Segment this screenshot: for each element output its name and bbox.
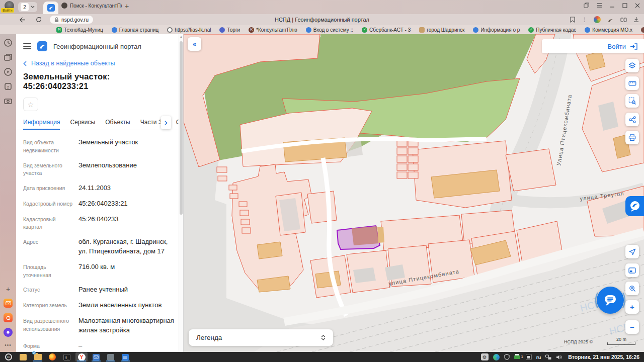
tab-information[interactable]: Информация bbox=[23, 119, 60, 130]
coordinate-search-button[interactable] bbox=[625, 282, 639, 295]
bookmark-item[interactable]: город Шадринск bbox=[419, 27, 464, 33]
tab-panel-icon[interactable] bbox=[584, 3, 589, 8]
panel-scrollbar[interactable]: ▲ bbox=[179, 34, 183, 352]
chevron-left-icon bbox=[23, 61, 27, 66]
field-label: Кадастровый квартал bbox=[23, 215, 74, 232]
legend-bar[interactable]: Легенда bbox=[189, 329, 333, 346]
sync-tray-icon[interactable] bbox=[493, 354, 500, 360]
favorite-star-button[interactable]: ☆ bbox=[23, 98, 38, 111]
map-login-bar[interactable]: Войти bbox=[542, 39, 644, 53]
field-value: Землепользование bbox=[78, 161, 176, 178]
taskbar-app-gray[interactable] bbox=[105, 352, 117, 361]
printer-tray-icon[interactable]: 1 bbox=[514, 354, 521, 360]
bookmark-item[interactable]: ✓Публичная кадас bbox=[528, 27, 576, 33]
area-select-button[interactable] bbox=[625, 94, 639, 108]
bookmark-item[interactable]: Главная страниц bbox=[112, 27, 158, 33]
tab-objects[interactable]: Объекты bbox=[105, 119, 130, 130]
chat-button[interactable] bbox=[597, 287, 624, 314]
lock-icon bbox=[54, 17, 59, 23]
bookmark-item[interactable]: ✓Сбербанк-АСТ - 3 bbox=[362, 27, 411, 33]
alice-icon[interactable] bbox=[4, 328, 13, 337]
widget-icon[interactable] bbox=[620, 17, 627, 23]
active-tab-nspd[interactable] bbox=[43, 2, 58, 14]
download-icon[interactable] bbox=[633, 17, 639, 23]
bookmark-item[interactable]: Торги bbox=[219, 27, 240, 33]
print-button[interactable] bbox=[625, 131, 639, 144]
portal-title: Геоинформационный портал bbox=[53, 43, 141, 50]
taskbar-clock[interactable]: Вторник, 21 янв 2025, 16:26 bbox=[568, 354, 639, 360]
tab-consultant[interactable]: Поиск - КонсультантПлю bbox=[61, 3, 122, 9]
bookmark-item[interactable]: Стартовая стран bbox=[641, 27, 644, 33]
support-chat-widget[interactable] bbox=[594, 284, 627, 317]
taskbar-app-notes[interactable] bbox=[17, 352, 29, 361]
back-link[interactable]: Назад в найденные объекты bbox=[16, 53, 183, 67]
legend-expand-icon bbox=[321, 335, 326, 340]
menu-burger-icon[interactable] bbox=[23, 43, 31, 49]
yandex-mail-icon[interactable] bbox=[4, 299, 13, 308]
map-copyright: НСПД 2025 © bbox=[564, 339, 593, 344]
keyboard-layout-indicator[interactable]: ru bbox=[536, 354, 541, 360]
bookmark-item[interactable]: MТехноКад-Муниц bbox=[56, 27, 103, 33]
network-icon[interactable] bbox=[545, 354, 551, 360]
tabs-scroll-right-button[interactable] bbox=[161, 116, 171, 129]
tabs-count-icon[interactable]: 2 bbox=[4, 82, 13, 91]
nspd-bubble-icon bbox=[629, 200, 641, 212]
measure-button[interactable] bbox=[625, 76, 639, 90]
screenshot-icon[interactable] bbox=[4, 97, 13, 106]
bookmark-favicon bbox=[167, 27, 173, 33]
video-icon[interactable] bbox=[4, 67, 13, 76]
new-tab-button[interactable]: + bbox=[125, 2, 129, 10]
minimap-button[interactable] bbox=[625, 263, 639, 277]
url-field[interactable]: nspd.gov.ru bbox=[50, 16, 93, 24]
taskbar-app-docs[interactable] bbox=[119, 352, 131, 361]
tab-services[interactable]: Сервисы bbox=[70, 119, 95, 130]
select-area-icon bbox=[628, 97, 636, 105]
profile-login-badge[interactable]: Войти bbox=[1, 8, 14, 13]
field-value: Ранее учтенный bbox=[78, 285, 176, 295]
extensions-menu-icon[interactable]: ⋮ bbox=[582, 17, 587, 23]
taskbar-app-mail[interactable] bbox=[90, 352, 102, 361]
bookmark-item[interactable]: https://fias-lk.nal bbox=[167, 27, 211, 33]
bookmark-item[interactable]: Вход в систему :: bbox=[306, 27, 353, 33]
back-icon[interactable] bbox=[19, 17, 26, 23]
shield-icon[interactable] bbox=[504, 354, 510, 360]
tab-counter[interactable]: 2 bbox=[18, 2, 37, 12]
history-icon[interactable] bbox=[4, 38, 13, 47]
menu-icon[interactable] bbox=[597, 3, 602, 8]
page-title: НСПД | Геоинформационный портал bbox=[275, 17, 369, 23]
map-canvas[interactable]: улица Птицекомбината Улица Птицекомбинат… bbox=[184, 34, 644, 352]
bookmark-favicon bbox=[585, 27, 590, 33]
bookmark-flag-icon[interactable] bbox=[570, 17, 575, 23]
collections-icon[interactable] bbox=[607, 17, 614, 23]
taskbar-app-terminal[interactable]: $_ bbox=[61, 352, 73, 361]
nspd-side-logo-tab[interactable] bbox=[625, 196, 644, 216]
maximize-icon[interactable] bbox=[622, 3, 627, 8]
taskbar-app-firefox[interactable] bbox=[46, 352, 58, 361]
add-panel-icon[interactable]: + bbox=[6, 285, 10, 293]
collections-stack-icon[interactable] bbox=[4, 53, 13, 62]
scrollbar-thumb[interactable] bbox=[180, 41, 183, 215]
minimize-icon[interactable] bbox=[610, 3, 615, 8]
sidebar-more-icon[interactable]: ••• bbox=[5, 342, 12, 348]
settings-tray-icon[interactable]: ⚙ bbox=[481, 353, 489, 360]
taskbar-app-files[interactable]: 2 bbox=[32, 352, 44, 361]
sync-avatar[interactable] bbox=[594, 16, 601, 23]
bookmark-item[interactable]: Коммерция МО.х bbox=[585, 27, 632, 33]
cadastral-map[interactable]: улица Птицекомбината Улица Птицекомбинат… bbox=[184, 34, 644, 352]
my-location-button[interactable] bbox=[625, 245, 639, 258]
yandex-music-icon[interactable] bbox=[4, 313, 13, 322]
field-label: Адрес bbox=[23, 237, 74, 256]
zoom-out-button[interactable]: − bbox=[625, 320, 639, 334]
taskbar-app-yandex-browser[interactable]: Y bbox=[75, 352, 88, 361]
close-icon[interactable] bbox=[635, 3, 640, 8]
share-button[interactable] bbox=[625, 113, 639, 126]
reload-icon[interactable] bbox=[36, 17, 42, 23]
layers-button[interactable] bbox=[625, 59, 639, 72]
volume-icon[interactable] bbox=[556, 354, 562, 360]
bookmark-item[interactable]: Информация о р bbox=[473, 27, 520, 33]
collapse-panel-button[interactable]: « bbox=[188, 37, 201, 51]
bookmark-item[interactable]: К*КонсультантПлю bbox=[249, 27, 297, 33]
zoom-in-button[interactable]: + bbox=[625, 300, 639, 314]
mint-menu-button[interactable]: lm bbox=[3, 352, 15, 361]
app-tray-icon[interactable] bbox=[526, 354, 532, 360]
